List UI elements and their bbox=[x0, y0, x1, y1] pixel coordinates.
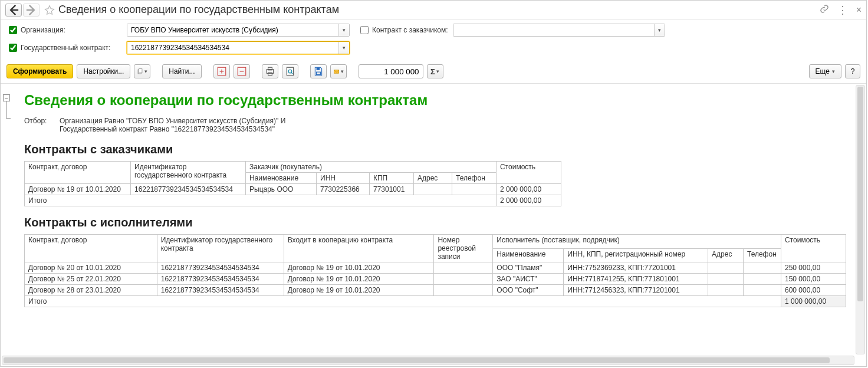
horizontal-scrollbar[interactable] bbox=[2, 356, 854, 365]
titlebar: Сведения о кооперации по государственным… bbox=[1, 1, 866, 19]
customer-label: Контракт с заказчиком: bbox=[372, 26, 448, 34]
number-field[interactable] bbox=[359, 64, 423, 78]
svg-point-13 bbox=[288, 70, 292, 73]
vertical-scrollbar[interactable] bbox=[856, 85, 865, 354]
col2-enters: Входит в кооперацию контракта bbox=[284, 235, 434, 262]
cell bbox=[708, 285, 744, 296]
customer-combo[interactable]: ▾ bbox=[453, 24, 665, 37]
col-addr: Адрес bbox=[414, 173, 452, 184]
mail-dropdown-button[interactable]: ▾ bbox=[330, 64, 347, 78]
cell bbox=[744, 285, 781, 296]
cell: Договор № 20 от 10.01.2020 bbox=[25, 262, 157, 274]
more-button[interactable]: Еще ▾ bbox=[809, 64, 841, 78]
cell: 1622187739234534534534534 bbox=[157, 285, 284, 296]
table-row[interactable]: Договор № 28 от 23.01.2020 1622187739234… bbox=[25, 285, 846, 296]
toolbar: Сформировать Настройки... ▾ Найти... ▾ bbox=[1, 62, 866, 84]
cell: Договор № 25 от 22.01.2020 bbox=[25, 274, 157, 285]
org-label: Организация: bbox=[21, 26, 124, 34]
main-window: Сведения о кооперации по государственным… bbox=[0, 0, 867, 367]
col2-phone: Телефон bbox=[744, 248, 781, 262]
nav-back-button[interactable] bbox=[5, 4, 22, 17]
section-customers-title: Контракты с заказчиками bbox=[24, 143, 850, 156]
selection-label: Отбор: bbox=[24, 117, 60, 133]
link-icon[interactable] bbox=[820, 4, 829, 15]
cell-phone bbox=[452, 184, 497, 195]
gov-input[interactable] bbox=[127, 42, 338, 54]
cell-kpp: 77301001 bbox=[370, 184, 414, 195]
col2-executor: Исполнитель (поставщик, подрядчик) bbox=[493, 235, 781, 249]
col2-reg: Номер реестровой записи bbox=[434, 235, 493, 262]
cell: 1622187739234534534534534 bbox=[157, 274, 284, 285]
cell: Договор № 19 от 10.01.2020 bbox=[284, 274, 434, 285]
nav-forward-button[interactable] bbox=[23, 4, 40, 17]
cell-inn: 7730225366 bbox=[317, 184, 370, 195]
cell-cost: 2 000 000,00 bbox=[497, 184, 561, 195]
col-customer: Заказчик (покупатель) bbox=[246, 162, 497, 173]
section-executors-title: Контракты с исполнителями bbox=[24, 216, 850, 229]
customers-table: Контракт, договор Идентификатор государс… bbox=[24, 161, 561, 206]
copy-dropdown-button[interactable]: ▾ bbox=[134, 64, 150, 78]
total-label: Итого bbox=[25, 296, 781, 307]
cell: Договор № 28 от 23.01.2020 bbox=[25, 285, 157, 296]
org-checkbox[interactable] bbox=[9, 26, 17, 34]
cell-addr bbox=[414, 184, 452, 195]
gov-combo[interactable]: ▾ bbox=[127, 41, 350, 54]
cell-cost: 150 000,00 bbox=[781, 274, 846, 285]
filter-panel: Организация: ▾ Контракт с заказчиком: ▾ … bbox=[1, 19, 866, 62]
gov-checkbox[interactable] bbox=[9, 44, 17, 52]
table-row[interactable]: Договор № 25 от 22.01.2020 1622187739234… bbox=[25, 274, 846, 285]
cell bbox=[744, 262, 781, 274]
col-contract: Контракт, договор bbox=[25, 162, 131, 184]
selection-line-2: Государственный контракт Равно "16221877… bbox=[60, 125, 285, 133]
org-combo[interactable]: ▾ bbox=[127, 24, 350, 37]
cell: ЗАО "АИСТ" bbox=[493, 274, 564, 285]
col2-inn: ИНН, КПП, регистрационный номер bbox=[564, 248, 708, 262]
cell bbox=[434, 274, 493, 285]
cell bbox=[434, 262, 493, 274]
close-icon[interactable]: × bbox=[856, 5, 862, 15]
org-input[interactable] bbox=[127, 24, 338, 36]
total-row: Итого 1 000 000,00 bbox=[25, 296, 846, 307]
selection-line-1: Организация Равно "ГОБУ ВПО Университет … bbox=[60, 117, 285, 125]
org-dropdown-icon[interactable]: ▾ bbox=[338, 24, 349, 36]
customer-dropdown-icon[interactable]: ▾ bbox=[654, 24, 665, 36]
table-row[interactable]: Договор № 20 от 10.01.2020 1622187739234… bbox=[25, 262, 846, 274]
cell: ИНН:7712456323, КПП:771201001 bbox=[564, 285, 708, 296]
executors-table: Контракт, договор Идентификатор государс… bbox=[24, 234, 846, 307]
save-button[interactable] bbox=[310, 64, 327, 78]
cell: Договор № 19 от 10.01.2020 bbox=[284, 262, 434, 274]
find-button[interactable]: Найти... bbox=[162, 64, 201, 78]
collapse-node-button[interactable]: − bbox=[3, 94, 10, 101]
cell: ООО "Пламя" bbox=[493, 262, 564, 274]
settings-button[interactable]: Настройки... bbox=[77, 64, 130, 78]
svg-line-14 bbox=[291, 73, 292, 74]
gov-dropdown-icon[interactable]: ▾ bbox=[338, 42, 349, 54]
preview-button[interactable] bbox=[282, 64, 298, 78]
expand-all-button[interactable] bbox=[213, 64, 230, 78]
cell bbox=[434, 285, 493, 296]
customer-input[interactable] bbox=[453, 24, 654, 36]
col-cost: Стоимость bbox=[497, 162, 561, 184]
gov-label: Государственный контракт: bbox=[21, 44, 124, 52]
kebab-menu-icon[interactable]: ⋮ bbox=[837, 6, 848, 14]
customer-checkbox[interactable] bbox=[360, 26, 369, 34]
total-value: 1 000 000,00 bbox=[781, 296, 846, 307]
help-button[interactable]: ? bbox=[845, 64, 860, 78]
collapse-all-button[interactable] bbox=[234, 64, 250, 78]
total-row: Итого 2 000 000,00 bbox=[25, 195, 561, 206]
favorite-star-icon[interactable] bbox=[44, 5, 55, 15]
cell: Договор № 19 от 10.01.2020 bbox=[284, 285, 434, 296]
print-button[interactable] bbox=[262, 64, 278, 78]
more-label: Еще bbox=[816, 67, 830, 75]
cell: ИНН:7752369233, КПП:77201001 bbox=[564, 262, 708, 274]
col2-contract: Контракт, договор bbox=[25, 235, 157, 262]
col-name: Наименование bbox=[246, 173, 317, 184]
col2-addr: Адрес bbox=[708, 248, 744, 262]
table-row[interactable]: Договор № 19 от 10.01.2020 1622187739234… bbox=[25, 184, 561, 195]
cell-ident: 1622187739234534534534534 bbox=[131, 184, 246, 195]
generate-button[interactable]: Сформировать bbox=[6, 64, 73, 78]
cell-name: Рыцарь ООО bbox=[246, 184, 317, 195]
cell bbox=[708, 274, 744, 285]
col-phone: Телефон bbox=[452, 173, 497, 184]
sum-dropdown-button[interactable]: Σ ▾ bbox=[427, 64, 443, 78]
